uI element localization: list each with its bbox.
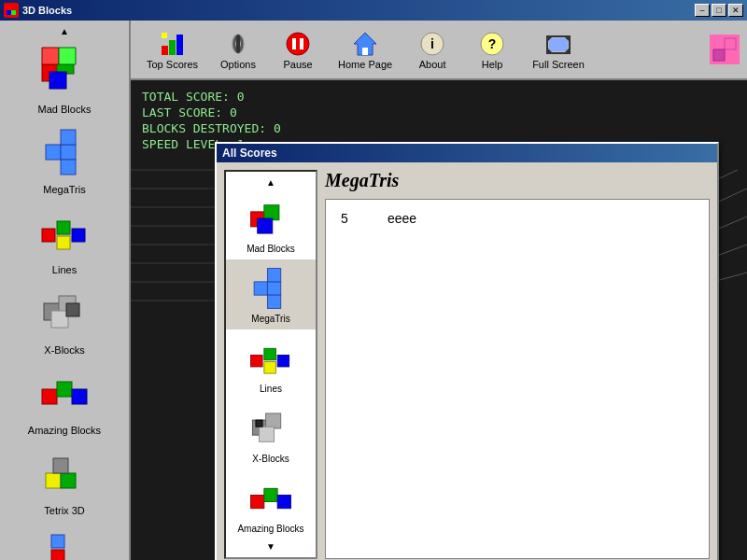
svg-rect-13 [57,221,70,234]
svg-rect-12 [42,229,55,242]
dialog-list-scroll-up[interactable]: ▲ [266,177,275,188]
main-container: ▲ Mad Blocks [0,21,747,560]
dialog-lines-label: Lines [260,384,282,394]
svg-marker-6 [42,48,59,64]
window-title: 3D Blocks [22,5,691,16]
svg-rect-74 [258,218,273,233]
dialog-content: MegaTris 5 eeee [325,170,710,559]
sidebar-item-columns[interactable]: Columns [35,524,94,560]
svg-rect-73 [264,205,279,220]
dialog-list-item-mad-blocks[interactable]: Mad Blocks [226,189,316,259]
minimize-button[interactable]: – [695,4,710,17]
score-name: eeee [388,211,416,226]
svg-rect-75 [254,282,267,295]
sidebar-item-amazing-blocks[interactable]: Amazing Blocks [28,363,101,436]
close-button[interactable]: ✕ [728,4,743,17]
svg-rect-18 [51,311,68,328]
svg-rect-21 [57,382,72,397]
megatris-label: MegaTris [43,184,85,195]
dialog-list-item-amazing-blocks[interactable]: Amazing Blocks [226,469,316,539]
svg-rect-10 [61,130,76,145]
svg-rect-76 [267,282,280,295]
svg-rect-1 [11,10,16,15]
sidebar-scroll-up[interactable]: ▲ [60,26,69,36]
dialog-x-blocks-label: X-Blocks [252,454,289,464]
mad-blocks-icon [35,42,94,102]
svg-rect-77 [267,269,280,282]
svg-rect-80 [264,348,276,360]
svg-rect-0 [7,6,11,10]
game-area: Top Scores Options [131,21,747,560]
svg-rect-14 [72,229,85,242]
sidebar-item-megatris[interactable]: MegaTris [35,122,94,195]
x-blocks-icon [35,283,94,343]
amazing-blocks-icon [35,363,94,423]
dialog-megatris-label: MegaTris [251,314,289,324]
table-row: 5 eeee [333,207,701,230]
svg-rect-19 [66,303,79,316]
svg-rect-15 [57,236,70,249]
maximize-button[interactable]: □ [712,4,726,17]
window-controls: – □ ✕ [695,4,743,17]
dialog-body: ▲ Mad Blocks [217,162,717,560]
title-bar: 3D Blocks – □ ✕ [0,0,747,21]
dialog-game-list[interactable]: ▲ Mad Blocks [224,170,317,559]
dialog-overlay: All Scores ▲ Mad Blocks [131,21,747,560]
columns-icon [35,524,94,560]
dialog-mad-blocks-label: Mad Blocks [247,244,295,254]
tetrix-3d-icon [35,443,94,503]
svg-rect-89 [277,495,290,508]
sidebar-item-x-blocks[interactable]: X-Blocks [35,283,94,356]
svg-marker-7 [59,48,76,64]
svg-rect-27 [51,550,64,560]
lines-label: Lines [52,264,77,275]
sidebar-item-tetrix-3d[interactable]: Tetrix 3D [35,443,94,516]
svg-rect-87 [251,495,264,508]
score-rank: 5 [341,211,369,226]
svg-rect-25 [53,458,68,473]
svg-rect-84 [266,413,281,428]
svg-rect-88 [264,488,277,501]
svg-rect-78 [267,295,280,308]
svg-rect-86 [256,420,262,427]
x-blocks-label: X-Blocks [44,344,84,356]
svg-rect-9 [61,145,76,160]
svg-rect-5 [49,72,66,89]
svg-rect-79 [251,355,263,367]
svg-rect-20 [42,389,57,404]
svg-rect-85 [260,427,275,441]
sidebar-item-mad-blocks[interactable]: Mad Blocks [35,42,94,115]
dialog-list-item-x-blocks[interactable]: X-Blocks [226,399,316,469]
dialog-title-bar: All Scores [217,144,717,162]
mad-blocks-label: Mad Blocks [38,104,92,115]
dialog-list-scroll-down[interactable]: ▼ [266,541,275,552]
svg-rect-23 [46,473,61,488]
svg-rect-2 [7,10,11,15]
svg-rect-8 [46,145,61,160]
dialog-list-item-lines[interactable]: Lines [226,329,316,399]
lines-icon [35,203,94,262]
svg-rect-22 [72,389,87,404]
app-icon [4,3,19,18]
amazing-blocks-label: Amazing Blocks [28,425,101,436]
megatris-icon [35,122,94,182]
dialog-title: All Scores [222,147,277,160]
sidebar-item-lines[interactable]: Lines [35,203,94,275]
dialog-list-item-megatris[interactable]: MegaTris [226,259,316,329]
dialog-amazing-blocks-label: Amazing Blocks [237,524,303,534]
all-scores-dialog: All Scores ▲ Mad Blocks [215,142,719,560]
dialog-game-title: MegaTris [325,170,710,191]
tetrix-3d-label: Tetrix 3D [44,505,84,516]
svg-rect-26 [51,535,64,548]
svg-rect-81 [277,355,289,367]
dialog-scores-table: 5 eeee [325,199,710,559]
svg-rect-82 [264,362,276,374]
svg-rect-11 [61,160,76,175]
sidebar: ▲ Mad Blocks [0,21,131,560]
svg-rect-24 [61,473,76,488]
